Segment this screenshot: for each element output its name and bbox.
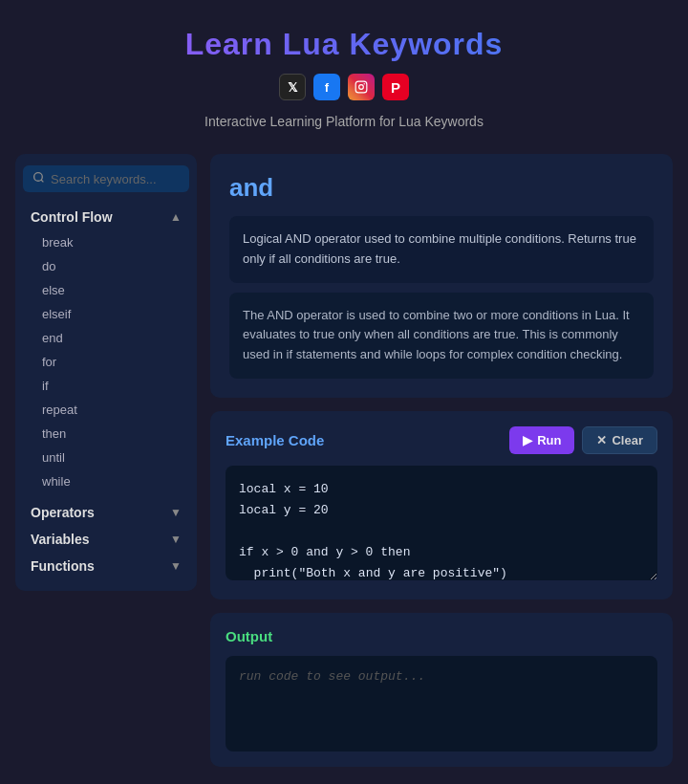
category-label-functions: Functions: [31, 558, 95, 574]
search-box[interactable]: [23, 165, 189, 192]
code-panel-header: Example Code ▶ Run ✕ Clear: [226, 426, 657, 454]
keyword-while[interactable]: while: [23, 469, 189, 493]
keyword-until[interactable]: until: [23, 446, 189, 469]
facebook-icon[interactable]: f: [313, 74, 340, 100]
run-button[interactable]: ▶ Run: [509, 426, 574, 454]
category-header-operators[interactable]: Operators ▼: [23, 499, 189, 526]
category-header-variables[interactable]: Variables ▼: [23, 526, 189, 553]
keyword-then[interactable]: then: [23, 422, 189, 446]
keyword-break[interactable]: break: [23, 230, 189, 254]
output-label: Output: [226, 628, 657, 644]
keyword-else[interactable]: else: [23, 278, 189, 302]
page-title: Learn Lua Keywords: [19, 27, 669, 62]
output-placeholder: run code to see output...: [239, 669, 425, 684]
code-panel: Example Code ▶ Run ✕ Clear local x = 10 …: [210, 411, 673, 599]
x-icon: ✕: [596, 433, 607, 447]
category-label-operators: Operators: [31, 505, 95, 520]
control-flow-items: break do else elseif end for if repeat t…: [23, 230, 189, 493]
instagram-icon[interactable]: [348, 74, 375, 100]
search-input[interactable]: [51, 172, 180, 186]
search-icon: [32, 171, 45, 186]
chevron-down-variables-icon: ▼: [170, 533, 182, 546]
pinterest-icon[interactable]: P: [382, 74, 409, 100]
run-button-label: Run: [537, 433, 561, 447]
keyword-panel: and Logical AND operator used to combine…: [210, 154, 673, 398]
clear-button[interactable]: ✕ Clear: [582, 426, 657, 454]
output-panel: Output run code to see output...: [210, 613, 673, 767]
header: Learn Lua Keywords 𝕏 f P Interactive Lea…: [0, 0, 688, 144]
keyword-end[interactable]: end: [23, 326, 189, 350]
btn-group: ▶ Run ✕ Clear: [509, 426, 657, 454]
keyword-if[interactable]: if: [23, 374, 189, 398]
code-editor[interactable]: local x = 10 local y = 20 if x > 0 and y…: [226, 466, 657, 580]
play-icon: ▶: [523, 433, 532, 447]
output-box: run code to see output...: [226, 656, 657, 751]
keyword-description: Logical AND operator used to combine mul…: [229, 216, 654, 283]
keyword-elseif[interactable]: elseif: [23, 302, 189, 326]
keyword-for[interactable]: for: [23, 350, 189, 374]
clear-button-label: Clear: [612, 433, 643, 447]
chevron-down-functions-icon: ▼: [170, 559, 182, 573]
svg-rect-0: [355, 81, 367, 93]
svg-point-2: [364, 83, 365, 84]
main-layout: Control Flow ▲ break do else elseif end …: [0, 144, 688, 782]
category-label-variables: Variables: [31, 532, 90, 547]
svg-point-3: [34, 173, 43, 182]
category-header-functions[interactable]: Functions ▼: [23, 553, 189, 579]
twitter-icon[interactable]: 𝕏: [279, 74, 306, 100]
chevron-down-operators-icon: ▼: [170, 506, 182, 519]
content-area: and Logical AND operator used to combine…: [210, 154, 673, 767]
social-icons-container: 𝕏 f P: [19, 74, 669, 100]
keyword-do[interactable]: do: [23, 254, 189, 278]
category-label-control-flow: Control Flow: [31, 209, 113, 225]
category-header-control-flow[interactable]: Control Flow ▲: [23, 204, 189, 230]
svg-line-4: [41, 180, 43, 182]
svg-point-1: [359, 85, 364, 90]
sidebar: Control Flow ▲ break do else elseif end …: [15, 154, 197, 591]
chevron-up-icon: ▲: [170, 210, 182, 224]
keyword-title: and: [229, 173, 654, 203]
keyword-detail: The AND operator is used to combine two …: [229, 293, 654, 379]
header-subtitle: Interactive Learning Platform for Lua Ke…: [19, 114, 669, 129]
keyword-repeat[interactable]: repeat: [23, 398, 189, 422]
example-code-label: Example Code: [226, 432, 324, 448]
